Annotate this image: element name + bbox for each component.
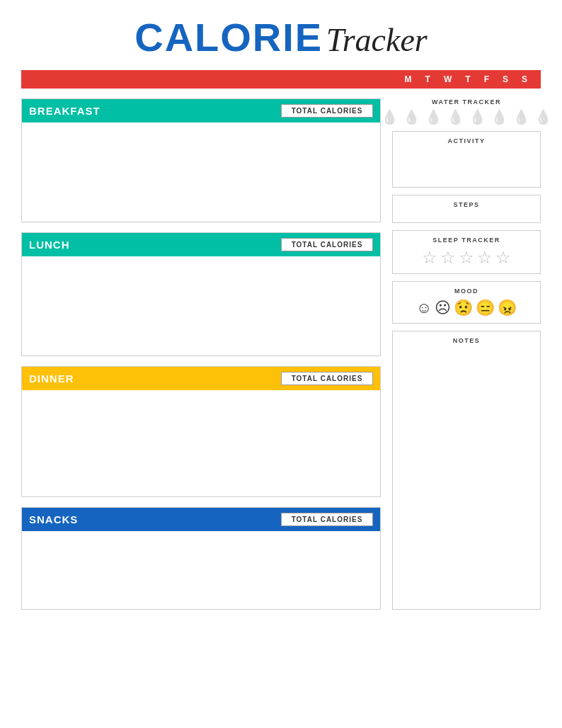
mood-angry[interactable]: 😠 (498, 299, 517, 317)
drop-5[interactable]: 💧 (469, 110, 486, 124)
drop-3[interactable]: 💧 (425, 110, 442, 124)
water-tracker-title: WATER TRACKER (392, 98, 541, 106)
activity-title: ACTIVITY (400, 137, 533, 144)
breakfast-header: BREAKFAST TOTAL CALORIES (22, 99, 380, 123)
main-layout: BREAKFAST TOTAL CALORIES LUNCH TOTAL CAL… (21, 98, 541, 610)
day-s1: S (503, 74, 509, 84)
page-header: CALORIE Tracker (21, 14, 541, 60)
notes-title: NOTES (400, 337, 533, 344)
breakfast-calories-label: TOTAL CALORIES (292, 107, 363, 115)
day-bar: M T W T F S S (21, 70, 541, 89)
day-w: W (444, 74, 452, 84)
dinner-header: DINNER TOTAL CALORIES (22, 367, 380, 390)
dinner-section: DINNER TOTAL CALORIES (21, 366, 381, 497)
mood-happy[interactable]: ☺ (416, 299, 432, 317)
mood-neutral[interactable]: 😑 (476, 299, 495, 317)
day-s2: S (522, 74, 528, 84)
snacks-label: SNACKS (29, 513, 78, 525)
mood-faces-row: ☺ ☹ 😟 😑 😠 (400, 299, 533, 317)
drop-7[interactable]: 💧 (512, 110, 530, 124)
day-t1: T (425, 74, 431, 84)
drop-2[interactable]: 💧 (403, 110, 420, 124)
breakfast-section: BREAKFAST TOTAL CALORIES (21, 98, 381, 222)
lunch-header: LUNCH TOTAL CALORIES (22, 233, 380, 256)
water-drops-row: 💧 💧 💧 💧 💧 💧 💧 💧 (392, 110, 541, 124)
star-1[interactable]: ☆ (422, 248, 437, 268)
tracker-title: Tracker (326, 22, 428, 58)
dinner-label: DINNER (29, 372, 74, 385)
star-4[interactable]: ☆ (477, 248, 493, 268)
day-m: M (405, 74, 413, 84)
sleep-stars-row: ☆ ☆ ☆ ☆ ☆ (400, 248, 533, 268)
sleep-tracker-title: SLEEP TRACKER (400, 237, 533, 244)
day-f: F (484, 74, 490, 84)
dinner-calories-box[interactable]: TOTAL CALORIES (281, 372, 373, 385)
drop-6[interactable]: 💧 (491, 110, 508, 124)
mood-title: MOOD (400, 288, 533, 295)
star-5[interactable]: ☆ (495, 248, 511, 268)
star-3[interactable]: ☆ (459, 248, 474, 268)
dinner-calories-label: TOTAL CALORIES (292, 375, 363, 382)
lunch-calories-label: TOTAL CALORIES (292, 241, 363, 249)
breakfast-body[interactable] (22, 123, 380, 222)
drop-8[interactable]: 💧 (534, 110, 552, 124)
lunch-body[interactable] (22, 256, 380, 356)
activity-widget: ACTIVITY (392, 131, 541, 188)
mood-sad[interactable]: ☹ (435, 299, 451, 317)
breakfast-label: BREAKFAST (29, 105, 101, 117)
lunch-section: LUNCH TOTAL CALORIES (21, 232, 381, 356)
star-2[interactable]: ☆ (440, 248, 456, 268)
sleep-tracker-widget: SLEEP TRACKER ☆ ☆ ☆ ☆ ☆ (392, 230, 541, 274)
snacks-body[interactable] (22, 531, 380, 609)
day-t2: T (465, 74, 471, 84)
calorie-title: CALORIE (134, 15, 323, 59)
mood-worried[interactable]: 😟 (454, 299, 473, 317)
drop-4[interactable]: 💧 (447, 110, 464, 124)
drop-1[interactable]: 💧 (381, 110, 398, 124)
steps-widget: STEPS (392, 195, 541, 223)
snacks-calories-label: TOTAL CALORIES (292, 516, 363, 523)
dinner-body[interactable] (22, 390, 380, 496)
water-tracker-widget: WATER TRACKER 💧 💧 💧 💧 💧 💧 💧 💧 (392, 98, 541, 124)
breakfast-calories-box[interactable]: TOTAL CALORIES (281, 104, 373, 118)
snacks-section: SNACKS TOTAL CALORIES (21, 507, 381, 610)
notes-widget: NOTES (392, 331, 541, 610)
lunch-label: LUNCH (29, 239, 70, 251)
mood-widget: MOOD ☺ ☹ 😟 😑 😠 (392, 281, 541, 324)
right-column: WATER TRACKER 💧 💧 💧 💧 💧 💧 💧 💧 ACTIVITY S… (392, 98, 541, 610)
lunch-calories-box[interactable]: TOTAL CALORIES (281, 238, 373, 251)
snacks-header: SNACKS TOTAL CALORIES (22, 508, 380, 531)
snacks-calories-box[interactable]: TOTAL CALORIES (281, 513, 373, 526)
steps-title: STEPS (400, 201, 533, 208)
left-column: BREAKFAST TOTAL CALORIES LUNCH TOTAL CAL… (21, 98, 381, 610)
